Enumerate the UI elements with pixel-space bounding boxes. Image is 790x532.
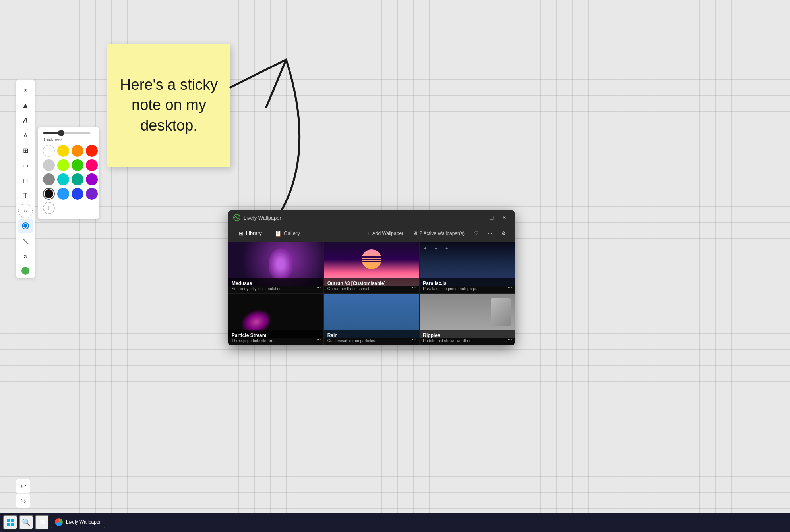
wallpaper-info-ripples: Ripples Puddle that shows weather. bbox=[420, 330, 515, 345]
color-swatch-gray[interactable] bbox=[43, 173, 55, 185]
wallpaper-info-particle: Particle Stream Three.js particle stream… bbox=[228, 330, 323, 345]
wallpaper-card-rain[interactable]: Rain Customisable rain particles. ··· bbox=[324, 294, 419, 345]
wallpaper-desc-medusae: Soft body jellyfish simulation. bbox=[232, 287, 320, 291]
start-button[interactable] bbox=[3, 515, 17, 530]
window-controls: — □ ✕ bbox=[473, 213, 510, 222]
color-swatch-purple[interactable] bbox=[86, 173, 98, 185]
color-swatch-red[interactable] bbox=[86, 145, 98, 157]
wallpaper-menu-rain[interactable]: ··· bbox=[412, 336, 417, 342]
color-swatch-yellow[interactable] bbox=[57, 145, 69, 157]
maximize-button[interactable]: □ bbox=[486, 213, 497, 222]
font-size-tool[interactable]: A bbox=[18, 128, 33, 143]
lasso-tool[interactable]: ○ bbox=[18, 204, 33, 218]
wallpaper-desc-ripples: Puddle that shows weather. bbox=[423, 339, 511, 343]
monitor-icon: 🖥 bbox=[413, 231, 418, 236]
text-insert-tool[interactable]: T bbox=[18, 189, 33, 203]
thickness-slider[interactable] bbox=[43, 132, 91, 134]
wallpaper-name-parallax: Parallax.js bbox=[423, 281, 511, 286]
pen-tool[interactable] bbox=[18, 219, 33, 233]
active-wallpaper-label: 2 Active Wallpaper(s) bbox=[420, 231, 465, 236]
color-swatch-lime[interactable] bbox=[57, 159, 69, 171]
active-wallpaper-button[interactable]: 🖥 2 Active Wallpaper(s) bbox=[409, 229, 469, 238]
gear-icon: ⚙ bbox=[501, 231, 506, 236]
color-swatch-teal[interactable] bbox=[57, 173, 69, 185]
wallpaper-menu-parallax[interactable]: ··· bbox=[507, 284, 512, 290]
taskbar-lively-app[interactable]: Lively Wallpaper bbox=[51, 517, 105, 528]
line-tool[interactable]: | bbox=[15, 231, 36, 251]
wallpaper-desc-rain: Customisable rain particles. bbox=[327, 339, 416, 343]
taskbar: 🔍 ⧉ Lively Wallpaper bbox=[0, 513, 790, 532]
color-grid bbox=[43, 145, 94, 200]
window-title-text: Lively Wallpaper bbox=[244, 215, 470, 221]
color-swatch-darkteal[interactable] bbox=[72, 173, 83, 185]
shape-tool[interactable]: ⬚ bbox=[18, 158, 33, 173]
add-icon: + bbox=[368, 231, 370, 236]
wallpaper-card-medusae[interactable]: Medusae Soft body jellyfish simulation. … bbox=[228, 242, 323, 293]
windows-logo-icon bbox=[6, 519, 14, 526]
undo-button[interactable]: ↩ bbox=[16, 479, 30, 493]
color-swatch-blue[interactable] bbox=[57, 188, 69, 200]
wallpaper-name-ripples: Ripples bbox=[423, 333, 511, 338]
wallpaper-info-parallax: Parallax.js Parallax.js engine github pa… bbox=[420, 278, 515, 293]
pointer-tool[interactable]: ▲ bbox=[18, 98, 33, 112]
eraser-tool[interactable]: ◻ bbox=[18, 173, 33, 188]
color-swatch-pink[interactable] bbox=[86, 159, 98, 171]
canvas-controls: ↩ ↪ bbox=[16, 479, 30, 508]
search-icon: 🔍 bbox=[22, 518, 31, 527]
search-button[interactable]: 🔍 bbox=[19, 515, 33, 530]
lively-app-icon bbox=[233, 214, 240, 221]
text-tool[interactable]: A bbox=[18, 113, 33, 127]
wallpaper-name-outrun: Outrun #3 [Customisable] bbox=[327, 281, 416, 286]
wallpaper-card-outrun[interactable]: Outrun #3 [Customisable] Outrun aestheti… bbox=[324, 242, 419, 293]
color-swatch-green[interactable] bbox=[72, 159, 83, 171]
wallpaper-info-medusae: Medusae Soft body jellyfish simulation. bbox=[228, 278, 323, 293]
close-button[interactable]: × bbox=[18, 83, 33, 97]
more-options-button[interactable]: ··· bbox=[484, 229, 496, 238]
wallpaper-menu-medusae[interactable]: ··· bbox=[316, 284, 321, 290]
wallpaper-menu-particle[interactable]: ··· bbox=[316, 336, 321, 342]
close-window-button[interactable]: ✕ bbox=[499, 213, 510, 222]
svg-rect-2 bbox=[11, 519, 14, 522]
toolbar-divider bbox=[19, 265, 31, 265]
tab-library-label: Library bbox=[246, 230, 262, 236]
tab-library[interactable]: ⊞ Library bbox=[233, 228, 267, 239]
favorites-button[interactable]: ♡ bbox=[470, 229, 482, 238]
wallpaper-name-rain: Rain bbox=[327, 333, 416, 338]
task-view-button[interactable]: ⧉ bbox=[35, 515, 49, 530]
settings-button[interactable]: ⚙ bbox=[498, 229, 510, 238]
svg-rect-3 bbox=[7, 523, 10, 526]
ellipsis-icon: ··· bbox=[488, 231, 492, 236]
color-swatch-orange[interactable] bbox=[72, 145, 83, 157]
color-swatch-darkblue[interactable] bbox=[72, 188, 83, 200]
color-swatch-violet[interactable] bbox=[86, 188, 98, 200]
wallpaper-card-parallax[interactable]: Parallax.js Parallax.js engine github pa… bbox=[420, 242, 515, 293]
wallpaper-info-rain: Rain Customisable rain particles. bbox=[324, 330, 419, 345]
wallpaper-grid: Medusae Soft body jellyfish simulation. … bbox=[228, 242, 515, 345]
color-picker-panel: Thickness + bbox=[38, 127, 99, 219]
add-wallpaper-button[interactable]: + Add Wallpaper bbox=[364, 229, 407, 238]
library-icon: ⊞ bbox=[239, 230, 244, 237]
wallpaper-desc-parallax: Parallax.js engine github page. bbox=[423, 287, 511, 291]
lively-taskbar-icon bbox=[55, 518, 63, 526]
wallpaper-menu-outrun[interactable]: ··· bbox=[412, 284, 417, 290]
svg-rect-1 bbox=[7, 519, 10, 522]
thickness-label: Thickness bbox=[43, 137, 94, 142]
table-tool[interactable]: ⊞ bbox=[18, 143, 33, 158]
tab-gallery[interactable]: 📋 Gallery bbox=[269, 228, 306, 239]
wallpaper-card-ripples[interactable]: Ripples Puddle that shows weather. ··· bbox=[420, 294, 515, 345]
color-indicator[interactable] bbox=[21, 267, 29, 275]
window-toolbar: ⊞ Library 📋 Gallery + Add Wallpaper 🖥 2 … bbox=[228, 225, 515, 242]
redo-button[interactable]: ↪ bbox=[16, 494, 30, 508]
wallpaper-menu-ripples[interactable]: ··· bbox=[507, 336, 512, 342]
minimize-button[interactable]: — bbox=[473, 213, 484, 222]
color-swatch-lightgray[interactable] bbox=[43, 159, 55, 171]
color-swatch-white[interactable] bbox=[43, 145, 55, 157]
add-color-button[interactable]: + bbox=[43, 202, 55, 214]
more-tools[interactable]: » bbox=[18, 249, 33, 263]
sticky-note-text: Here's a sticky note on my desktop. bbox=[115, 75, 223, 136]
wallpaper-card-particle[interactable]: Particle Stream Three.js particle stream… bbox=[228, 294, 323, 345]
add-wallpaper-label: Add Wallpaper bbox=[372, 231, 403, 236]
drawing-toolbar: × ▲ A A ⊞ ⬚ ◻ T ○ | » bbox=[16, 79, 35, 278]
color-swatch-black[interactable] bbox=[43, 188, 55, 200]
heart-icon: ♡ bbox=[474, 231, 478, 236]
